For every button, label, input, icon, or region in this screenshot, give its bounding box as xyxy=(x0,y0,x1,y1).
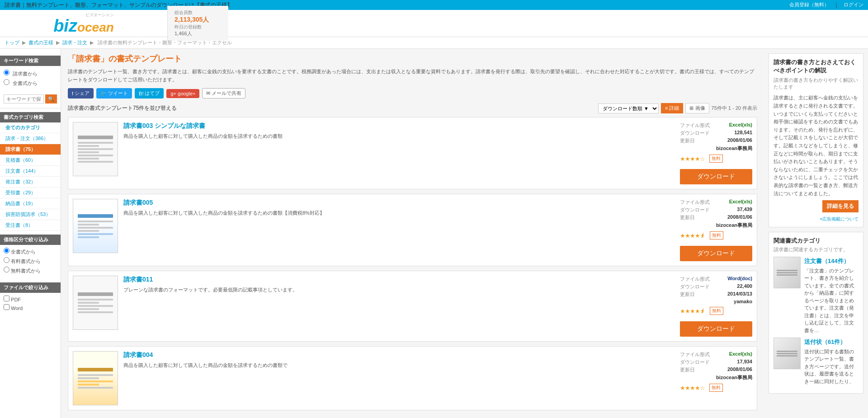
keyword-search-title: キーワード検索 xyxy=(0,56,61,66)
price-all-label[interactable]: 全書式から xyxy=(4,248,57,255)
template-thumb-1[interactable] xyxy=(73,199,118,253)
file-check-group: PDF Word xyxy=(0,293,61,315)
hatena-share-btn[interactable]: B! はてブ xyxy=(135,88,164,99)
member-stats: 総会員数 2,113,305人 昨日の登録数 1,466人 xyxy=(167,6,228,41)
related-cat-name-1[interactable]: 送付状（61件） xyxy=(804,338,859,347)
google-icon: g+ xyxy=(170,91,176,96)
logo-area[interactable]: ビズオーシャン bizocean xyxy=(0,12,167,34)
free-badge-0: 無料 xyxy=(709,155,723,163)
logo-text: bizocean xyxy=(53,17,114,34)
breadcrumb-third[interactable]: 請求・注文 xyxy=(62,40,87,45)
file-word-label[interactable]: Word xyxy=(4,304,57,311)
price-radio-group: 全書式から 有料書式から 無料書式から xyxy=(0,245,61,279)
facebook-share-btn[interactable]: f シェア xyxy=(68,88,94,99)
cat-7[interactable]: 納品書（19） xyxy=(0,198,61,209)
download-btn-2[interactable]: ダウンロード xyxy=(680,321,752,337)
header: ビズオーシャン bizocean 総会員数 2,113,305人 昨日の登録数 … xyxy=(0,10,868,37)
cat-5[interactable]: 発注書（32） xyxy=(0,177,61,188)
file-pdf-check[interactable] xyxy=(4,296,9,301)
download-btn-0[interactable]: ダウンロード xyxy=(680,169,752,184)
sort-select[interactable]: ダウンロード数順 ▼ xyxy=(598,103,659,113)
category-section: 書式カテゴリ検索 全てのカテゴリ 請求・注文（386） 請求書（75） 見積書（… xyxy=(0,112,61,231)
template-count-text: 請求書の書式テンプレート75件を並び替える xyxy=(68,104,177,112)
related-cat-name-0[interactable]: 注文書（144件） xyxy=(804,257,859,266)
cat-all[interactable]: 全てのカテゴリ xyxy=(0,122,61,133)
radio-all[interactable] xyxy=(4,79,9,85)
login-link[interactable]: ログイン xyxy=(844,1,863,9)
view-detail-btn[interactable]: ≡ 詳細 xyxy=(661,103,683,113)
mail-share-btn[interactable]: ✉ メールで共有 xyxy=(202,88,245,99)
cat-4[interactable]: 注文書（144） xyxy=(0,166,61,177)
view-image-btn[interactable]: ⊞ 画像 xyxy=(685,103,709,113)
stars-2: ★★★★⯨ xyxy=(680,308,705,315)
free-badge-3: 無料 xyxy=(709,384,723,392)
guide-subtitle: 請求書の書き方をわかりやすく解説いたします xyxy=(774,77,859,90)
radio-invoice[interactable] xyxy=(4,70,9,75)
hatena-icon: B! xyxy=(139,91,143,96)
cat-1[interactable]: 請求・注文（386） xyxy=(0,133,61,144)
content: 「請求書」の書式テンプレート 請求書のテンプレート一覧、書き方です。請求書とは、… xyxy=(61,49,764,418)
breadcrumb: トップ ▶ 書式の王様 ▶ 請求・注文 ▶ 請求書の無料テンプレート・雛形・フォ… xyxy=(0,37,868,49)
template-meta-2: ファイル形式 Word(doc) ダウンロード 22,400 更新日 2014/… xyxy=(680,276,752,337)
template-desc-0: 商品を購入した顧客に対して購入した商品の金額を請求するための書類 xyxy=(123,132,680,140)
template-title-3[interactable]: 請求書004 xyxy=(123,351,680,359)
file-filter-section: ファイルで絞り込み PDF Word xyxy=(0,282,61,315)
guide-detail-btn[interactable]: 詳細を見る xyxy=(822,200,859,212)
price-filter-section: 価格区分で絞り込み 全書式から 有料書式から 無料書式から xyxy=(0,235,61,279)
template-thumb-0[interactable] xyxy=(73,122,118,176)
total-label: 総会員数 xyxy=(175,9,222,16)
stars-0: ★★★★☆ xyxy=(680,155,705,162)
facebook-icon: f xyxy=(72,91,73,96)
controls-bar: 請求書の書式テンプレート75件を並び替える ダウンロード数順 ▼ ≡ 詳細 ⊞ … xyxy=(68,103,757,113)
guide-btn-container: 詳細を見る xyxy=(774,197,859,212)
template-thumb-2[interactable] xyxy=(73,276,118,330)
price-paid-radio[interactable] xyxy=(4,257,9,263)
template-thumb-3[interactable] xyxy=(73,351,118,405)
free-badge-2: 無料 xyxy=(710,307,723,315)
google-share-btn[interactable]: g+ google+ xyxy=(166,89,199,98)
template-title-2[interactable]: 請求書011 xyxy=(123,276,680,284)
cat-9[interactable]: 受注書（8） xyxy=(0,220,61,231)
template-card-0: 請求書003 シンプルな請求書 商品を購入した顧客に対して購入した商品の金額を請… xyxy=(68,117,757,189)
view-controls: ダウンロード数順 ▼ ≡ 詳細 ⊞ 画像 75件中 1 - 20 件表示 xyxy=(598,103,757,113)
twitter-share-btn[interactable]: 🐦 ツイート xyxy=(96,88,132,99)
radio-label-invoice[interactable]: 請求書から xyxy=(4,70,57,77)
ad-notice[interactable]: »広告掲載について xyxy=(774,216,859,222)
related-cat-thumb-1 xyxy=(774,338,801,369)
price-paid-label[interactable]: 有料書式から xyxy=(4,257,57,265)
top-links: 会員登録（無料） ｜ ログイン xyxy=(789,1,863,9)
breadcrumb-top[interactable]: トップ xyxy=(5,40,19,45)
cat-6[interactable]: 受領書（29） xyxy=(0,188,61,198)
guide-body: 請求書は、主に顧客へ金銭の支払いを請求するときに発行される文書です。いつまでにい… xyxy=(774,94,859,197)
count-info: 75件中 1 - 20 件表示 xyxy=(712,105,757,112)
template-card-1: 請求書005 商品を購入した顧客に対して購入した商品の金額を請求するための書類【… xyxy=(68,194,757,266)
cat-2[interactable]: 請求書（75） xyxy=(0,144,61,155)
search-button[interactable]: 🔍 xyxy=(45,94,57,103)
file-word-check[interactable] xyxy=(4,304,9,310)
main: キーワード検索 請求書から 全書式から 🔍 書式カテゴリ検索 全てのカテゴリ 請… xyxy=(0,49,868,418)
logo-ocean: ocean xyxy=(77,20,114,34)
related-cat-item-0: 注文書（144件） 「注文書」のテンプレート、書き方を紹介しています。全ての書式… xyxy=(774,257,859,334)
related-cat-thumb-0 xyxy=(774,257,801,288)
related-cat-info-0: 注文書（144件） 「注文書」のテンプレート、書き方を紹介しています。全ての書式… xyxy=(804,257,859,334)
template-info-3: 請求書004 商品を購入した顧客に対して購入した商品の金額を請求するための書類で xyxy=(123,351,680,405)
search-input[interactable] xyxy=(4,94,44,103)
cat-3[interactable]: 見積書（60） xyxy=(0,155,61,166)
price-free-radio[interactable] xyxy=(4,267,9,272)
price-free-label[interactable]: 無料書式から xyxy=(4,267,57,274)
template-title-0[interactable]: 請求書003 シンプルな請求書 xyxy=(123,122,680,130)
related-cat-item-1: 送付状（61件） 送付状に関する書類のテンプレート一覧、書き方ページです。送付状… xyxy=(774,338,859,385)
download-btn-1[interactable]: ダウンロード xyxy=(680,246,752,261)
file-pdf-label[interactable]: PDF xyxy=(4,296,57,302)
radio-label-all[interactable]: 全書式から xyxy=(4,79,57,87)
price-all-radio[interactable] xyxy=(4,248,9,254)
related-cat-desc-0: 「注文書」のテンプレート、書き方を紹介しています。全ての書式から「納品書」に関す… xyxy=(804,267,859,334)
template-title-1[interactable]: 請求書005 xyxy=(123,199,680,207)
register-link[interactable]: 会員登録（無料） xyxy=(789,1,829,9)
breadcrumb-second[interactable]: 書式の王様 xyxy=(28,40,53,45)
related-cat-box: 関連書式カテゴリ 請求書に関連するカテゴリです。 注文書（144件） 「注文書」… xyxy=(769,232,863,394)
template-meta-1: ファイル形式 Excel(xls) ダウンロード 37,439 更新日 2008… xyxy=(680,199,752,261)
cat-8[interactable]: 損害賠償請求（53） xyxy=(0,209,61,220)
stars-row-3: ★★★★☆ 無料 xyxy=(680,384,752,392)
stars-1: ★★★★⯨ xyxy=(680,232,705,239)
